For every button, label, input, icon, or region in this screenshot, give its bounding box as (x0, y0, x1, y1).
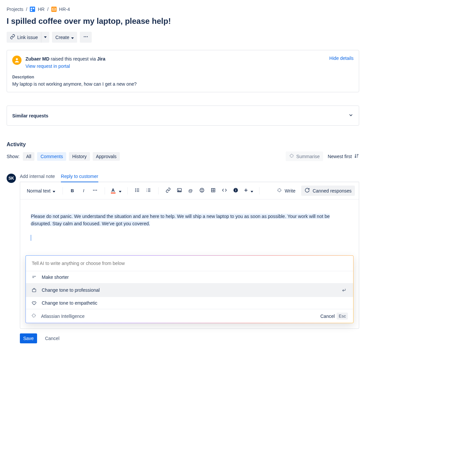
view-in-portal-link[interactable]: View request in portal (25, 64, 70, 69)
info-button[interactable] (231, 186, 241, 196)
link-issue-more-button[interactable] (41, 32, 49, 43)
selected-text: Please do not panic. We understand the s… (31, 214, 330, 226)
project-icon (30, 7, 35, 12)
svg-rect-32 (235, 190, 236, 192)
at-icon: @ (188, 188, 193, 193)
raised-via-text: raised this request via (49, 56, 97, 62)
svg-point-8 (93, 190, 94, 191)
summarise-label: Summarise (296, 154, 320, 159)
emoji-button[interactable] (197, 186, 207, 196)
text-color-button[interactable]: A (110, 186, 123, 196)
code-button[interactable] (219, 186, 229, 196)
svg-point-27 (202, 190, 203, 190)
filter-comments[interactable]: Comments (37, 152, 66, 161)
numbered-list-button[interactable]: 123 (144, 186, 154, 196)
text-color-icon: A (111, 188, 116, 194)
create-label: Create (55, 35, 69, 40)
ai-write-button[interactable]: Write (273, 186, 299, 196)
image-icon (177, 188, 182, 194)
ai-brand-label: Atlassian Intelligence (41, 314, 85, 319)
svg-rect-0 (31, 8, 32, 9)
link-icon (166, 188, 171, 194)
text-style-label: Normal text (27, 188, 51, 194)
tab-internal-note[interactable]: Add internal note (20, 174, 55, 182)
canned-label: Canned responses (312, 188, 352, 194)
numbered-list-icon: 123 (146, 188, 151, 194)
text-style-dropdown[interactable]: Normal text (24, 186, 58, 196)
table-button[interactable] (208, 186, 218, 196)
canned-responses-button[interactable]: Canned responses (301, 186, 355, 196)
code-icon (222, 188, 227, 194)
editor-toolbar: Normal text B I A (20, 182, 359, 199)
request-source: Jira (97, 56, 105, 62)
filter-approvals[interactable]: Approvals (93, 152, 120, 161)
insert-more-button[interactable] (242, 186, 255, 196)
tab-reply-customer[interactable]: Reply to customer (61, 174, 98, 182)
svg-point-25 (200, 188, 204, 192)
italic-icon: I (83, 188, 84, 193)
svg-point-15 (135, 191, 136, 192)
ai-panel: Make shorter Change tone to professional (25, 255, 354, 323)
italic-button[interactable]: I (79, 186, 89, 196)
requester-line: Zubaer MD raised this request via Jira (25, 56, 105, 62)
svg-point-6 (87, 36, 88, 37)
save-button[interactable]: Save (20, 333, 37, 343)
editor-block: SK Add internal note Reply to customer N… (7, 174, 359, 343)
mention-button[interactable]: @ (186, 186, 196, 196)
summarise-button[interactable]: Summarise (286, 151, 323, 161)
ai-sparkle-icon (277, 188, 282, 194)
chevron-down-icon (53, 188, 55, 194)
more-actions-button[interactable] (80, 32, 92, 43)
svg-text:3: 3 (146, 191, 147, 192)
issue-type-icon (51, 7, 57, 12)
table-icon (211, 188, 216, 194)
sort-label: Newest first (328, 154, 352, 159)
svg-point-33 (235, 189, 236, 190)
ai-option-make-shorter[interactable]: Make shorter (26, 271, 353, 283)
ai-prompt-input[interactable] (31, 260, 348, 266)
link-issue-button[interactable]: Link issue (7, 32, 41, 43)
create-button[interactable]: Create (52, 32, 77, 43)
editor-tabs: Add internal note Reply to customer (20, 174, 359, 182)
ai-option-tone-empathetic[interactable]: Change tone to empathetic (26, 297, 353, 309)
svg-rect-38 (32, 289, 36, 292)
enter-key-icon (340, 286, 348, 294)
action-bar: Link issue Create (7, 32, 359, 43)
bullet-list-button[interactable] (132, 186, 142, 196)
bold-button[interactable]: B (68, 186, 77, 196)
description-body: My laptop is not working anymore, how ca… (12, 81, 354, 87)
plus-icon (243, 188, 249, 194)
chevron-down-icon (119, 188, 121, 194)
sort-button[interactable]: Newest first (328, 153, 359, 159)
editor-textarea[interactable]: Please do not panic. We understand the s… (20, 199, 359, 255)
image-button[interactable] (174, 186, 184, 196)
refresh-icon (305, 188, 310, 194)
filter-history[interactable]: History (69, 152, 90, 161)
ai-option-label: Make shorter (42, 275, 69, 280)
link-button[interactable] (163, 186, 173, 196)
breadcrumb-projects[interactable]: Projects (7, 7, 24, 12)
svg-point-26 (201, 190, 201, 190)
show-label: Show: (7, 154, 20, 159)
filter-all[interactable]: All (23, 152, 35, 161)
svg-point-7 (16, 58, 18, 60)
breadcrumb-issue-key[interactable]: HR-4 (59, 7, 70, 12)
link-icon (10, 34, 15, 40)
svg-point-13 (135, 190, 136, 190)
sort-icon (354, 153, 359, 159)
ai-cancel-button[interactable]: Cancel (320, 314, 335, 319)
similar-requests-panel[interactable]: Similar requests (7, 106, 359, 126)
ai-option-tone-professional[interactable]: Change tone to professional (26, 283, 353, 297)
chevron-down-icon (348, 112, 354, 119)
cancel-button[interactable]: Cancel (42, 333, 63, 343)
hide-details-link[interactable]: Hide details (329, 56, 354, 61)
shorten-icon (31, 275, 37, 280)
breadcrumb-sep: / (26, 7, 27, 12)
breadcrumb-sep: / (47, 7, 49, 12)
more-formatting-button[interactable] (90, 186, 100, 196)
heart-icon (31, 300, 37, 306)
svg-point-5 (85, 36, 86, 37)
breadcrumb-project-key[interactable]: HR (38, 7, 44, 12)
bullet-list-icon (135, 188, 140, 194)
requester-name: Zubaer MD (25, 56, 49, 62)
